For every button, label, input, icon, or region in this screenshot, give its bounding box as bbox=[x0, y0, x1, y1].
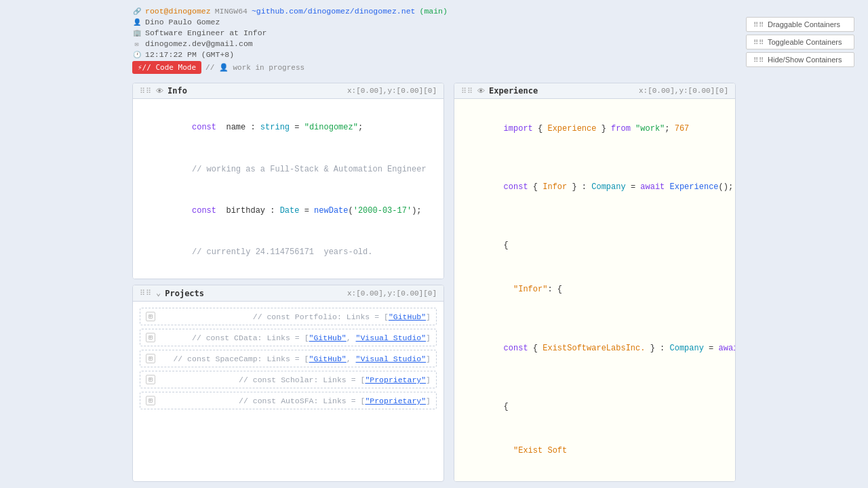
project-text-portfolio: // const Portfolio: Links = ["GitHub"] bbox=[161, 312, 431, 321]
user-name: Dino Paulo Gomez bbox=[145, 18, 220, 26]
email-value: dinogomez.dev@gmail.com bbox=[145, 39, 253, 48]
time-value: 12:17:22 PM (GMT+8) bbox=[145, 50, 234, 59]
list-item: ⊞ // const Portfolio: Links = ["GitHub"] bbox=[140, 308, 437, 325]
user-icon: 👤 bbox=[132, 18, 141, 26]
header-row-job: 🏢 Software Engineer at Infor bbox=[132, 28, 736, 37]
exp-line-brace1: { bbox=[465, 224, 725, 268]
experience-panel-header-left: ⠿⠿ 👁 Experience bbox=[461, 86, 538, 96]
exp-line-exist-key: "Exist Soft bbox=[465, 429, 725, 473]
info-panel: ⠿⠿ 👁 Info x:[0.00],y:[0.00][0] const nam… bbox=[132, 83, 444, 279]
exp-line-import: import { Experience } from "work"; 767 bbox=[465, 107, 725, 151]
exp-line-exist: const { ExistSoftwareLabsInc. } : Compan… bbox=[465, 327, 725, 371]
info-panel-header-left: ⠿⠿ 👁 Info bbox=[140, 86, 187, 96]
projects-panel-title: Projects bbox=[165, 289, 204, 298]
branch-label: (main) bbox=[419, 7, 447, 16]
exp-line-blank1 bbox=[465, 151, 725, 166]
project-expand-btn-3[interactable]: ⊞ bbox=[146, 354, 155, 363]
project-expand-btn-4[interactable]: ⊞ bbox=[146, 375, 155, 384]
left-column: ⠿⠿ 👁 Info x:[0.00],y:[0.00][0] const nam… bbox=[132, 83, 444, 482]
project-text-scholar: // const Scholar: Links = ["Proprietary"… bbox=[161, 375, 431, 384]
header-row-email: ✉ dinogomez.dev@gmail.com bbox=[132, 39, 736, 48]
experience-drag-handle[interactable]: ⠿⠿ bbox=[461, 87, 473, 96]
header: 🔗 root@dinogomez MINGW64 ~github.com/din… bbox=[0, 0, 868, 83]
projects-panel-header-left: ⠿⠿ ⌄ Projects bbox=[140, 288, 204, 298]
experience-panel-coords: x:[0.00],y:[0.00][0] bbox=[639, 87, 728, 95]
main-content: ⠿⠿ 👁 Info x:[0.00],y:[0.00][0] const nam… bbox=[0, 83, 868, 482]
repo-link[interactable]: ~github.com/dinogomez/dinogomez.net bbox=[252, 7, 416, 16]
list-item: ⊞ // const AutoSFA: Links = ["Proprietar… bbox=[140, 392, 437, 409]
username-link[interactable]: root@dinogomez bbox=[145, 7, 211, 16]
project-text-cdata: // const CData: Links = ["GitHub", "Visu… bbox=[161, 333, 431, 342]
exp-line-blank3 bbox=[465, 312, 725, 327]
experience-panel-header: ⠿⠿ 👁 Experience x:[0.00],y:[0.00][0] bbox=[454, 83, 735, 99]
list-item: ⊞ // const Scholar: Links = ["Proprietar… bbox=[140, 371, 437, 388]
projects-list: ⊞ // const Portfolio: Links = ["GitHub"]… bbox=[133, 302, 443, 418]
experience-eye-icon: 👁 bbox=[477, 87, 485, 96]
header-row-time: 🕐 12:17:22 PM (GMT+8) bbox=[132, 50, 736, 59]
projects-panel-coords: x:[0.00],y:[0.00][0] bbox=[347, 289, 437, 298]
draggable-containers-btn[interactable]: ⠿⠿ Draggable Containers bbox=[746, 17, 854, 32]
projects-panel-header: ⠿⠿ ⌄ Projects x:[0.00],y:[0.00][0] bbox=[133, 285, 443, 302]
experience-panel: ⠿⠿ 👁 Experience x:[0.00],y:[0.00][0] imp… bbox=[454, 83, 736, 482]
info-drag-handle[interactable]: ⠿⠿ bbox=[140, 87, 152, 96]
info-eye-icon: 👁 bbox=[156, 87, 163, 96]
dots-icon: ⠿⠿ bbox=[753, 21, 764, 28]
widget-panel: ⠿⠿ Draggable Containers ⠿⠿ Toggleable Co… bbox=[746, 17, 854, 67]
building-icon: 🏢 bbox=[132, 28, 141, 37]
info-line-2: // working as a Full-Stack & Automation … bbox=[143, 148, 433, 190]
info-panel-title: Info bbox=[167, 86, 187, 96]
shell-info: MINGW64 bbox=[215, 7, 248, 16]
info-code-area: const name : string = "dinogomez"; // wo… bbox=[133, 99, 443, 279]
info-panel-header: ⠿⠿ 👁 Info x:[0.00],y:[0.00][0] bbox=[133, 83, 443, 99]
project-expand-btn-5[interactable]: ⊞ bbox=[146, 396, 155, 405]
header-row-name: 👤 Dino Paulo Gomez bbox=[132, 18, 736, 26]
dots-icon-2: ⠿⠿ bbox=[753, 39, 764, 46]
hide-show-containers-btn[interactable]: ⠿⠿ Hide/Show Containers bbox=[746, 52, 854, 67]
project-expand-btn-2[interactable]: ⊞ bbox=[146, 333, 155, 342]
projects-panel: ⠿⠿ ⌄ Projects x:[0.00],y:[0.00][0] ⊞ // … bbox=[132, 285, 444, 481]
work-in-progress-label: // 👤 work in progress bbox=[205, 63, 304, 72]
info-line-4: // currently 24.114756171 years-old. bbox=[143, 232, 433, 273]
job-title: Software Engineer at Infor bbox=[145, 28, 267, 37]
list-item: ⊞ // const CData: Links = ["GitHub", "Vi… bbox=[140, 329, 437, 346]
project-expand-btn[interactable]: ⊞ bbox=[146, 312, 155, 321]
projects-drag-handle[interactable]: ⠿⠿ bbox=[140, 289, 152, 298]
email-icon: ✉ bbox=[132, 39, 141, 48]
exp-line-blank4 bbox=[465, 371, 725, 386]
experience-code-area: import { Experience } from "work"; 767 c… bbox=[454, 99, 735, 481]
exp-line-blank2 bbox=[465, 209, 725, 224]
info-panel-coords: x:[0.00],y:[0.00][0] bbox=[347, 87, 437, 95]
experience-panel-title: Experience bbox=[489, 86, 538, 96]
link-icon: 🔗 bbox=[132, 7, 141, 16]
header-row-codemode: ⚡// Code Mode // 👤 work in progress bbox=[132, 61, 736, 74]
projects-expand-icon[interactable]: ⌄ bbox=[156, 288, 161, 298]
code-mode-button[interactable]: ⚡// Code Mode bbox=[132, 61, 201, 74]
clock-icon: 🕐 bbox=[132, 50, 141, 59]
exp-line-infor: const { Infor } : Company = await Experi… bbox=[465, 165, 725, 209]
list-item: ⊞ // const SpaceCamp: Links = ["GitHub",… bbox=[140, 350, 437, 367]
dots-icon-3: ⠿⠿ bbox=[753, 56, 764, 64]
info-line-1: const name : string = "dinogomez"; bbox=[143, 107, 433, 148]
exp-line-infor-key: "Infor": { bbox=[465, 268, 725, 312]
exp-line-brace2: { bbox=[465, 385, 725, 429]
project-text-autosfa: // const AutoSFA: Links = ["Proprietary"… bbox=[161, 396, 431, 405]
info-line-3: const birthday : Date = newDate('2000-03… bbox=[143, 190, 433, 231]
header-row-1: 🔗 root@dinogomez MINGW64 ~github.com/din… bbox=[132, 7, 736, 16]
toggleable-containers-btn[interactable]: ⠿⠿ Toggleable Containers bbox=[746, 35, 854, 49]
project-text-spacecamp: // const SpaceCamp: Links = ["GitHub", "… bbox=[161, 354, 431, 363]
